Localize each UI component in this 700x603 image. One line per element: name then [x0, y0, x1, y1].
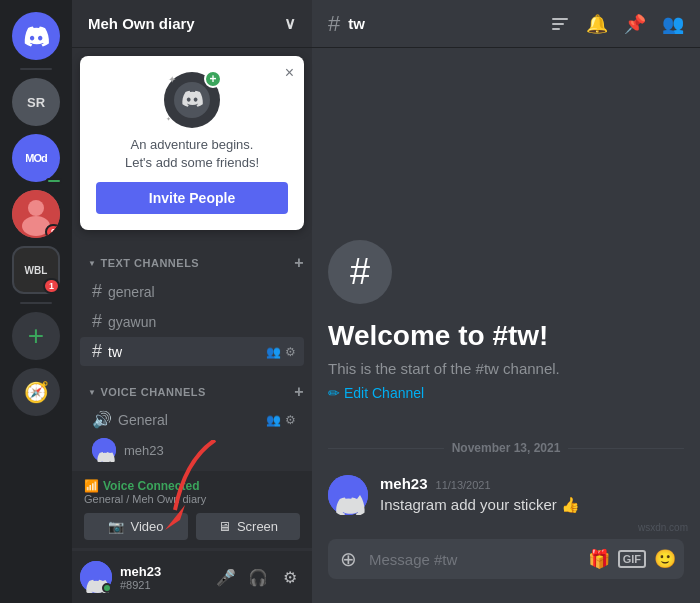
voice-channels-label: VOICE CHANNELS: [100, 386, 205, 398]
message-input-bar: ⊕ 🎁 GIF 🙂: [312, 539, 700, 603]
channel-name-general-voice: General: [118, 412, 260, 428]
voice-channels-section: ▼ VOICE CHANNELS + 🔊 General 👥 ⚙: [72, 367, 312, 467]
add-text-channel-button[interactable]: +: [294, 254, 304, 272]
voice-user-name: meh23: [124, 443, 164, 458]
channel-name-general: general: [108, 284, 296, 300]
welcome-description: This is the start of the #tw channel.: [328, 360, 684, 377]
message-timestamp: 11/13/2021: [436, 479, 491, 491]
gif-button[interactable]: GIF: [618, 550, 646, 568]
message-text: Instagram add your sticker 👍: [380, 494, 684, 515]
online-indicator: [102, 583, 112, 593]
server-divider-2: [20, 302, 52, 304]
signal-icon: 📶: [84, 479, 99, 493]
user-bar-name: meh23: [120, 564, 204, 579]
video-button[interactable]: 📷 Video: [84, 513, 188, 540]
message-item: meh23 11/13/2021 Instagram add your stic…: [328, 471, 684, 519]
user-bar-info: meh23 #8921: [120, 564, 204, 591]
voice-channels-header[interactable]: ▼ VOICE CHANNELS +: [72, 367, 312, 405]
server-list: SR MOd 9 WBL 1 + 🧭: [0, 0, 72, 603]
voice-settings-icon[interactable]: ⚙: [285, 413, 296, 427]
voice-triangle-icon: ▼: [88, 388, 96, 397]
message-avatar: [328, 475, 368, 515]
voice-user-avatar: [92, 438, 116, 462]
channel-hash-icon: #: [92, 281, 102, 302]
emoji-button[interactable]: 🙂: [654, 548, 676, 570]
channel-hash-icon-2: #: [92, 311, 102, 332]
user-settings-button[interactable]: ⚙: [276, 563, 304, 591]
voice-connected-bar: 📶 Voice Connected General / Meh Own diar…: [72, 471, 312, 548]
add-server-button[interactable]: +: [12, 312, 60, 360]
popup-text: An adventure begins. Let's add some frie…: [96, 136, 288, 172]
sparkle-icon-3: ✦: [166, 115, 171, 122]
watermark: wsxdn.com: [638, 522, 688, 533]
server-name-bar[interactable]: Meh Own diary ∨: [72, 0, 312, 48]
text-channels-label: TEXT CHANNELS: [100, 257, 199, 269]
text-channels-section: ▼ TEXT CHANNELS + # general # gyawun # t…: [72, 238, 312, 367]
pin-icon[interactable]: 📌: [624, 13, 646, 35]
popup-card: × ✦ ✦ ✦ + An adventure begins. Let's add…: [80, 56, 304, 230]
chat-area: # Welcome to #tw! This is the start of t…: [312, 48, 700, 539]
screen-button[interactable]: 🖥 Screen: [196, 513, 300, 540]
voice-connected-status: 📶 Voice Connected: [84, 479, 300, 493]
message-input[interactable]: [369, 540, 580, 579]
add-file-button[interactable]: ⊕: [336, 539, 361, 579]
channel-item-tw[interactable]: # tw 👥 ⚙: [80, 337, 304, 366]
video-icon: 📷: [108, 519, 124, 534]
voice-connected-info: General / Meh Own diary: [84, 493, 300, 505]
channel-header-hash-icon: #: [328, 11, 340, 37]
mod-badge: [46, 178, 62, 184]
channel-name-gyawun: gyawun: [108, 314, 296, 330]
message-header: meh23 11/13/2021: [380, 475, 684, 492]
speaker-icon: 🔊: [92, 410, 112, 429]
notification-icon[interactable]: 🔔: [586, 13, 608, 35]
channel-name-tw: tw: [108, 344, 260, 360]
server-icon-sr[interactable]: SR: [12, 78, 60, 126]
server-icon-mod[interactable]: MOd: [12, 134, 60, 182]
wbl-badge: 1: [43, 278, 60, 294]
server-name: Meh Own diary: [88, 15, 195, 32]
date-divider: November 13, 2021: [328, 441, 684, 455]
settings-icon[interactable]: ⚙: [285, 345, 296, 359]
server-divider: [20, 68, 52, 70]
text-channels-header[interactable]: ▼ TEXT CHANNELS +: [72, 238, 312, 276]
gift-icon[interactable]: 🎁: [588, 548, 610, 570]
popup-avatar-plus-icon: +: [204, 70, 222, 88]
server-icon-avatar1[interactable]: 9: [12, 190, 60, 238]
message-content: meh23 11/13/2021 Instagram add your stic…: [380, 475, 684, 515]
popup-avatar-container: ✦ ✦ ✦ +: [164, 72, 220, 128]
screen-icon: 🖥: [218, 519, 231, 534]
svg-rect-7: [552, 23, 564, 25]
voice-user-item: meh23: [80, 434, 304, 466]
svg-rect-6: [552, 18, 568, 20]
voice-actions: 📷 Video 🖥 Screen: [84, 513, 300, 540]
welcome-title: Welcome to #tw!: [328, 320, 684, 352]
channel-header-name: tw: [348, 15, 365, 32]
server-icon-wbl[interactable]: WBL 1: [12, 246, 60, 294]
user-bar: meh23 #8921 🎤 🎧 ⚙: [72, 551, 312, 603]
channel-item-general-voice[interactable]: 🔊 General 👥 ⚙: [80, 406, 304, 433]
channel-item-gyawun[interactable]: # gyawun: [80, 307, 304, 336]
add-voice-channel-button[interactable]: +: [294, 383, 304, 401]
input-right-icons: 🎁 GIF 🙂: [588, 548, 676, 570]
triangle-icon: ▼: [88, 259, 96, 268]
mic-button[interactable]: 🎤: [212, 563, 240, 591]
voice-add-member-icon[interactable]: 👥: [266, 413, 281, 427]
svg-point-1: [28, 200, 44, 216]
welcome-section: # Welcome to #tw! This is the start of t…: [328, 224, 684, 425]
members-icon[interactable]: 👥: [662, 13, 684, 35]
add-member-icon[interactable]: 👥: [266, 345, 281, 359]
invite-people-button[interactable]: Invite People: [96, 182, 288, 214]
pencil-icon: ✏: [328, 385, 340, 401]
user-bar-avatar: [80, 561, 112, 593]
chevron-down-icon: ∨: [284, 14, 296, 33]
welcome-hash-icon: #: [328, 240, 392, 304]
header-icons: 🔔 📌 👥: [550, 13, 684, 35]
channel-hash-icon-3: #: [92, 341, 102, 362]
discover-button[interactable]: 🧭: [12, 368, 60, 416]
discord-home-button[interactable]: [12, 12, 60, 60]
threads-icon[interactable]: [550, 14, 570, 34]
edit-channel-link[interactable]: ✏ Edit Channel: [328, 385, 684, 401]
channel-item-general[interactable]: # general: [80, 277, 304, 306]
headset-button[interactable]: 🎧: [244, 563, 272, 591]
popup-close-button[interactable]: ×: [285, 64, 294, 82]
